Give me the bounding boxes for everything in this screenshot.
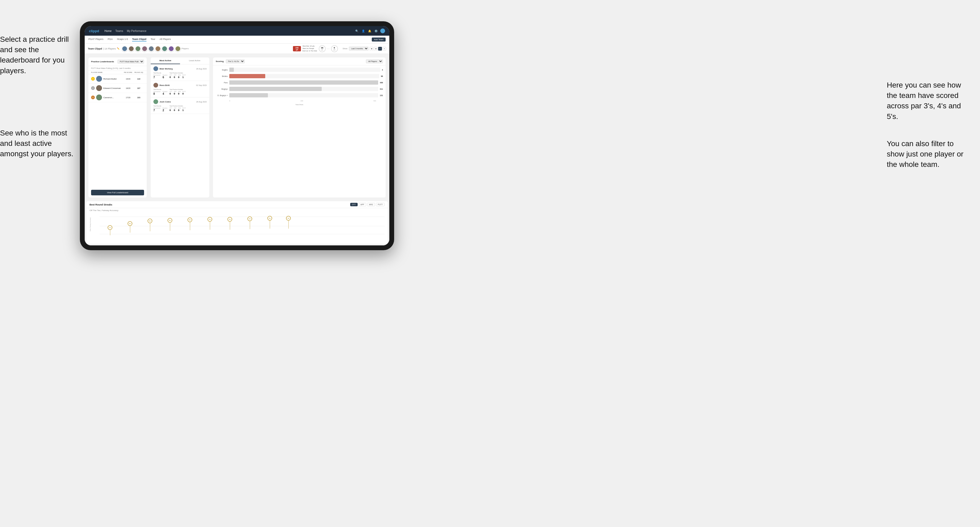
edit-icon[interactable]: ✏️ xyxy=(117,48,119,50)
view-full-leaderboard-button[interactable]: View Full Leaderboard xyxy=(91,190,144,195)
player-avatar[interactable] xyxy=(162,46,167,52)
tab-hcaps[interactable]: Hcaps 1-5 xyxy=(117,38,128,41)
annotation-top-left: Select a practice drill and see the lead… xyxy=(0,34,77,76)
scoring-filter-select[interactable]: Par 3, 4 & 5s xyxy=(226,59,245,63)
tablet-frame: clippd Home Teams My Performance 🔍 👤 🔔 ⚙… xyxy=(80,21,394,250)
add-team-button[interactable]: Add Team xyxy=(372,38,386,41)
view-grid-large[interactable]: ⊟ xyxy=(374,47,378,51)
activity-tabs: Most Active Least Active xyxy=(151,57,209,64)
chart-row-birdies: Birdies 96 xyxy=(216,74,383,78)
activity-stats: Total Rounds Tournament 7 Practice 2 xyxy=(153,105,207,112)
chart-bar-wrap xyxy=(229,68,380,72)
streak-badge: 6x xyxy=(127,221,132,226)
streak-badge: 7x xyxy=(108,225,112,230)
chart-bar-wrap xyxy=(229,87,378,91)
player-avatar[interactable] xyxy=(148,46,154,52)
streak-line-v xyxy=(270,221,270,229)
activity-date: 26 Aug 2023 xyxy=(196,68,207,70)
player-score: 17/20 xyxy=(123,97,134,98)
player-avatar xyxy=(96,94,102,100)
activity-player-row: Blair McHarg 26 Aug 2023 xyxy=(153,66,207,71)
players-avatars: Players xyxy=(122,46,189,52)
shot-connector: — xyxy=(327,47,330,51)
streak-node: 5x xyxy=(188,217,192,230)
tab-pga[interactable]: PGA xyxy=(108,38,113,41)
table-row: 3 Cameron... 17/20 103 xyxy=(88,93,147,102)
leaderboard-cols: PLAYER NAME PB SCORE PB AVG SQ xyxy=(88,71,147,74)
leaderboard-title: Practice Leaderboards xyxy=(91,60,114,63)
view-list[interactable]: ≡ xyxy=(378,47,382,51)
nav-teams[interactable]: Teams xyxy=(115,30,123,32)
tab-app[interactable]: APP xyxy=(359,203,366,206)
shot-circle-end: 0 yds xyxy=(331,45,338,52)
stat-practice-activities: Total Practice Activities OTT0 APP0 ARG0… xyxy=(169,89,186,95)
streak-badge: 4x xyxy=(247,216,252,221)
team-title: Team Clippd xyxy=(88,48,102,50)
player-score: 19/20 xyxy=(123,78,134,80)
show-select[interactable]: Last 3 months xyxy=(349,46,369,51)
x-axis-200: 200 xyxy=(301,100,303,102)
tab-all-players[interactable]: All Players xyxy=(159,38,171,41)
person-icon[interactable]: 👤 xyxy=(361,29,365,33)
subnav-tabs: PGAT Players PGA Hcaps 1-5 Team Clippd T… xyxy=(88,38,372,41)
user-avatar[interactable] xyxy=(380,29,385,33)
tab-team-clippd[interactable]: Team Clippd xyxy=(132,38,146,41)
search-icon[interactable]: 🔍 xyxy=(355,29,359,33)
players-label: Players xyxy=(181,48,189,50)
player-avatar[interactable] xyxy=(175,46,181,52)
tab-tour[interactable]: Tour xyxy=(151,38,156,41)
practice-leaderboard-panel: Practice Leaderboards PUTT Must Make Put… xyxy=(88,57,147,197)
streak-badge: 6x xyxy=(148,219,152,223)
view-grid-small[interactable]: ⊞ xyxy=(370,47,373,51)
bell-icon[interactable]: 🔔 xyxy=(368,29,372,33)
chart-bar-wrap xyxy=(229,80,378,85)
tab-least-active[interactable]: Least Active xyxy=(180,57,209,64)
activity-player-name: Josh Coles xyxy=(159,101,195,103)
leaderboard-items: 1 Richard Butler 19/20 110 2 Edward Cros… xyxy=(88,74,147,187)
tab-ott[interactable]: OTT xyxy=(350,203,358,206)
player-avatar[interactable] xyxy=(168,46,174,52)
grid-line xyxy=(100,226,385,226)
table-row: 1 Richard Butler 19/20 110 xyxy=(88,74,147,84)
player-avatar[interactable] xyxy=(122,46,127,52)
col-player-name: PLAYER NAME xyxy=(91,71,123,73)
scoring-panel: Scoring Par 3, 4 & 5s All Players Eagles xyxy=(213,57,386,197)
annotation-bottom-left: See who is the most and least active amo… xyxy=(0,128,77,159)
shot-info: Shot Dist: 16 ydsStart Lie: RoughEnd Lie… xyxy=(302,45,317,52)
player-avatar[interactable] xyxy=(155,46,161,52)
tab-pgat-players[interactable]: PGAT Players xyxy=(88,38,103,41)
player-avatar[interactable] xyxy=(135,46,141,52)
panels-row: Practice Leaderboards PUTT Must Make Put… xyxy=(86,56,388,200)
scoring-chart: Eagles 3 Birdies 96 xyxy=(213,65,386,197)
subnav: PGAT Players PGA Hcaps 1-5 Team Clippd T… xyxy=(85,36,389,44)
tab-arg[interactable]: ARG xyxy=(367,203,375,206)
rank-badge-1: 1 xyxy=(91,77,95,81)
chart-row-bogeys: Bogeys 311 xyxy=(216,87,383,91)
tab-most-active[interactable]: Most Active xyxy=(151,57,180,64)
nav-my-performance[interactable]: My Performance xyxy=(127,30,146,32)
settings-icon[interactable]: ⚙️ xyxy=(374,29,378,33)
streak-line-v xyxy=(110,230,110,235)
all-players-select[interactable]: All Players xyxy=(366,59,383,63)
chart-bar xyxy=(229,87,322,91)
activity-player-row: Rees Britt 02 Sep 2023 xyxy=(153,83,207,87)
view-filter[interactable]: ⊧ xyxy=(382,47,386,51)
stat-total-rounds: Total Rounds Tournament 8 Practice 4 xyxy=(153,89,167,95)
nav-home[interactable]: Home xyxy=(104,30,111,32)
streak-node: 4x xyxy=(207,217,212,230)
navbar-links: Home Teams My Performance xyxy=(104,30,355,32)
activity-item: Josh Coles 26 Aug 2023 Total Rounds Tour… xyxy=(151,97,209,114)
activity-avatar xyxy=(153,83,158,87)
stat-total-rounds: Total Rounds Tournament 7 Practice 2 xyxy=(153,105,167,112)
tab-putt[interactable]: PUTT xyxy=(376,203,385,206)
chart-bar-wrap xyxy=(229,74,379,78)
chart-bar xyxy=(229,74,265,78)
player-avatar[interactable] xyxy=(142,46,148,52)
chart-row-eagles: Eagles 3 xyxy=(216,68,383,72)
streak-badge: 5x xyxy=(188,217,192,222)
streak-badge: 3x xyxy=(286,216,291,221)
streak-badge: 4x xyxy=(228,217,232,222)
player-avatar[interactable] xyxy=(128,46,134,52)
streak-node: 6x xyxy=(127,221,132,233)
drill-select[interactable]: PUTT Must Make Putting... xyxy=(118,60,144,63)
